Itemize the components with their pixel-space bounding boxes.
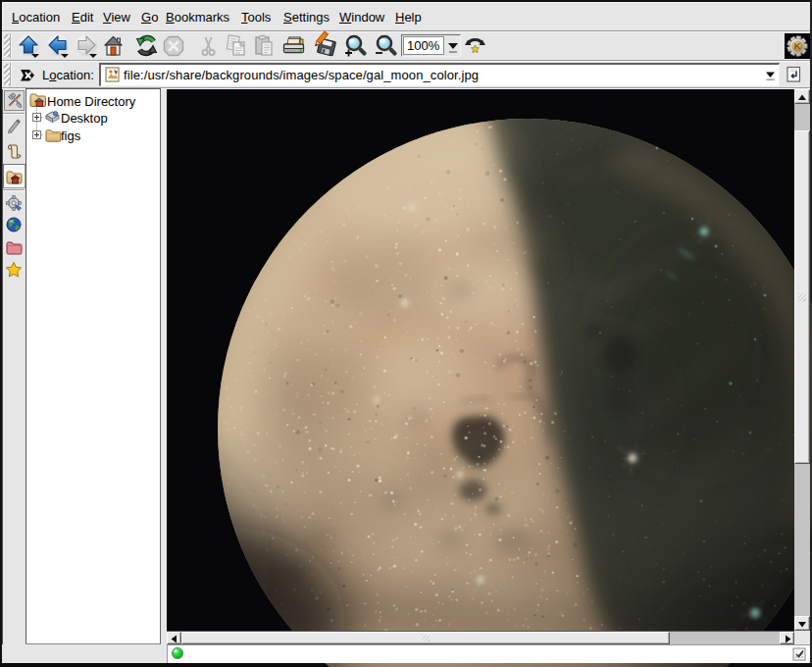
svg-text:K: K [794, 41, 801, 51]
